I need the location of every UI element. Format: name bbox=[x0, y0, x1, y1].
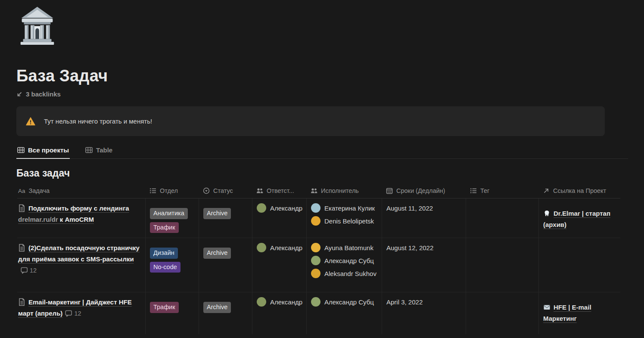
deadline-cell[interactable]: August 11, 2022 bbox=[382, 198, 466, 238]
department-cell[interactable]: Трафик bbox=[145, 292, 199, 334]
warning-icon bbox=[26, 117, 35, 126]
status-cell[interactable]: Archive bbox=[199, 292, 252, 334]
person-chip[interactable]: Denis Belolipetsk bbox=[311, 214, 378, 227]
owner-cell[interactable]: Александр bbox=[252, 292, 306, 334]
table-row: Email-маркетинг | Дайджест HFE март (апр… bbox=[17, 292, 620, 334]
person-chip[interactable]: Aleksandr Sukhov bbox=[311, 267, 378, 280]
executor-cell[interactable]: Екатерина Кулик Denis Belolipetsk bbox=[306, 198, 382, 238]
callout-text: Тут нельзя ничего трогать и менять! bbox=[44, 118, 152, 125]
backlinks-button[interactable]: 3 backlinks bbox=[16, 90, 61, 98]
status-pill[interactable]: Archive bbox=[203, 248, 231, 259]
person-chip[interactable]: Александр bbox=[257, 202, 303, 214]
page-icon bbox=[18, 204, 25, 212]
tab-table[interactable]: Table bbox=[84, 143, 113, 159]
task-cell[interactable]: Подключить форму с лендинга drelmar.ru/d… bbox=[17, 198, 145, 238]
backlinks-label: 3 backlinks bbox=[26, 90, 61, 98]
person-chip[interactable]: Александр bbox=[257, 241, 303, 254]
backlink-arrow-icon bbox=[16, 91, 22, 97]
deadline-cell[interactable]: April 3, 2022 bbox=[382, 292, 466, 334]
executor-cell[interactable]: Ayuna Batomunk Александр Субц Aleksandr … bbox=[306, 238, 382, 292]
deadline-cell[interactable]: August 12, 2022 bbox=[382, 238, 466, 292]
status-cell[interactable]: Archive bbox=[199, 198, 252, 238]
owner-cell[interactable]: Александр bbox=[252, 198, 306, 238]
table-header-row: Aa Задача Отдел Статус Ответст... Исполн… bbox=[17, 183, 620, 198]
inline-link[interactable]: drelmar.ru/dr bbox=[18, 216, 58, 223]
tag-cell[interactable] bbox=[466, 238, 538, 292]
page-icon bbox=[18, 298, 25, 306]
avatar bbox=[257, 243, 266, 252]
task-cell[interactable]: Email-маркетинг | Дайджест HFE март (апр… bbox=[17, 292, 145, 334]
arrow-ne-icon bbox=[543, 187, 550, 194]
table-view-icon bbox=[85, 147, 93, 153]
executor-cell[interactable]: Александр Субц bbox=[306, 292, 382, 334]
column-header-deadline[interactable]: Сроки (Дедлайн) bbox=[382, 183, 466, 198]
comment-bubble-icon bbox=[65, 310, 72, 317]
list-icon bbox=[470, 187, 477, 194]
page-icon bbox=[18, 244, 25, 252]
column-header-task[interactable]: Aa Задача bbox=[17, 183, 145, 198]
person-chip[interactable]: Александр Субц bbox=[311, 295, 378, 308]
status-cell[interactable]: Archive bbox=[199, 238, 252, 292]
avatar bbox=[257, 203, 266, 213]
avatar bbox=[311, 216, 320, 226]
column-header-department[interactable]: Отдел bbox=[145, 183, 199, 198]
department-cell[interactable]: Аналитика Трафик bbox=[145, 198, 199, 238]
tag-pill[interactable]: Дизайн bbox=[150, 248, 178, 259]
person-chip[interactable]: Александр bbox=[257, 295, 303, 308]
people-icon bbox=[311, 187, 317, 194]
avatar bbox=[311, 203, 320, 213]
task-title[interactable]: к AmoCRM bbox=[58, 216, 94, 223]
table-row: Подключить форму с лендинга drelmar.ru/d… bbox=[17, 198, 620, 238]
avatar bbox=[311, 256, 320, 265]
person-chip[interactable]: Екатерина Кулик bbox=[311, 202, 378, 214]
project-link-cell[interactable]: HFE | E-mail Маркетинг bbox=[538, 292, 620, 334]
view-tabs: Все проекты Table bbox=[16, 143, 628, 159]
column-header-owner[interactable]: Ответст... bbox=[252, 183, 306, 198]
calendar-icon bbox=[386, 187, 393, 194]
tag-cell[interactable] bbox=[466, 292, 538, 334]
column-header-tag[interactable]: Тег bbox=[466, 183, 538, 198]
task-title[interactable]: (2)Сделать посадочную страничку для приё… bbox=[18, 244, 140, 263]
avatar bbox=[257, 297, 266, 307]
page-icon[interactable] bbox=[16, 4, 58, 46]
notion-page: База Задач 3 backlinks Тут нельзя ничего… bbox=[0, 4, 644, 334]
department-cell[interactable]: Дизайн No-code bbox=[145, 238, 199, 292]
column-header-executor[interactable]: Исполнитель bbox=[306, 183, 382, 198]
table-row: (2)Сделать посадочную страничку для приё… bbox=[17, 238, 620, 292]
classical-building-icon bbox=[16, 4, 58, 46]
project-link[interactable]: HFE | E-mail Маркетинг bbox=[543, 297, 617, 324]
person-chip[interactable]: Ayuna Batomunk bbox=[311, 241, 378, 254]
tag-pill[interactable]: Трафик bbox=[150, 222, 179, 233]
project-link[interactable]: Dr.Elmar | стартап (архив) bbox=[543, 203, 617, 230]
tab-label: Все проекты bbox=[28, 146, 69, 154]
avatar bbox=[311, 243, 320, 252]
comment-bubble-icon bbox=[21, 267, 28, 274]
title-property-icon: Aa bbox=[18, 188, 25, 194]
column-header-project-link[interactable]: Ссылка на Проект bbox=[538, 183, 620, 198]
avatar bbox=[311, 269, 320, 278]
table-view-icon bbox=[17, 147, 25, 153]
avatar bbox=[311, 297, 320, 307]
person-chip[interactable]: Александр Субц bbox=[311, 254, 378, 267]
comment-count[interactable]: 12 bbox=[21, 267, 37, 274]
tag-pill[interactable]: No-code bbox=[150, 262, 180, 273]
project-link-cell[interactable]: Dr.Elmar | стартап (архив) bbox=[538, 198, 620, 238]
page-title[interactable]: База Задач bbox=[16, 67, 628, 85]
project-link-cell[interactable] bbox=[538, 238, 620, 292]
task-cell[interactable]: (2)Сделать посадочную страничку для приё… bbox=[17, 238, 145, 292]
tab-all-projects[interactable]: Все проекты bbox=[16, 143, 70, 159]
comment-count[interactable]: 12 bbox=[65, 310, 81, 317]
owner-cell[interactable]: Александр bbox=[252, 238, 306, 292]
envelope-icon bbox=[543, 304, 551, 311]
list-icon bbox=[149, 187, 156, 194]
tag-cell[interactable] bbox=[466, 198, 538, 238]
task-title[interactable]: Подключить форму с лендинга bbox=[28, 205, 129, 212]
status-icon bbox=[203, 187, 210, 194]
tag-pill[interactable]: Аналитика bbox=[150, 208, 188, 219]
tab-label: Table bbox=[96, 146, 112, 154]
column-header-status[interactable]: Статус bbox=[199, 183, 252, 198]
tooth-icon bbox=[543, 210, 551, 217]
status-pill[interactable]: Archive bbox=[203, 302, 231, 313]
tag-pill[interactable]: Трафик bbox=[150, 302, 179, 313]
status-pill[interactable]: Archive bbox=[203, 208, 231, 219]
